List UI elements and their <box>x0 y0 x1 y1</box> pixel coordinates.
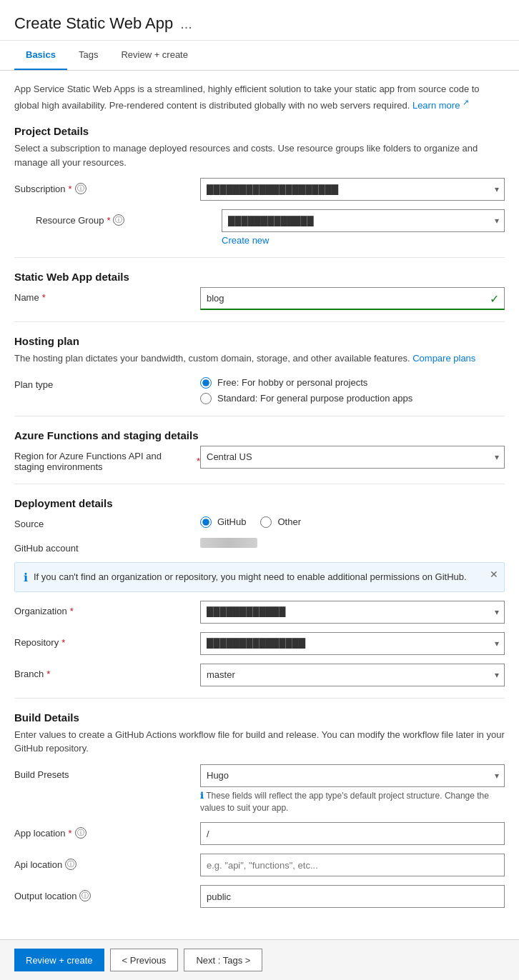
app-location-info-icon[interactable]: ⓘ <box>75 827 86 839</box>
resource-group-required: * <box>107 215 110 226</box>
organization-label: Organization * <box>14 601 200 616</box>
plan-standard-row[interactable]: Standard: For general purpose production… <box>200 393 505 404</box>
branch-label: Branch * <box>14 664 200 679</box>
compare-plans-link[interactable]: Compare plans <box>412 353 475 364</box>
repository-control: ███████████████ ▾ <box>200 632 505 655</box>
api-location-control <box>200 854 505 876</box>
build-presets-label: Build Presets <box>14 764 200 780</box>
resource-group-info-icon[interactable]: ⓘ <box>113 214 124 226</box>
subscription-row: Subscription * ⓘ ████████████████████ ▾ <box>14 178 505 201</box>
subscription-required: * <box>69 184 72 194</box>
subscription-info-icon[interactable]: ⓘ <box>75 183 86 194</box>
name-required: * <box>42 292 46 303</box>
next-button[interactable]: Next : Tags > <box>184 949 262 971</box>
plan-type-label: Plan type <box>14 374 200 390</box>
api-location-info-icon[interactable]: ⓘ <box>65 859 76 870</box>
api-location-label: Api location ⓘ <box>14 854 200 870</box>
organization-select[interactable]: ████████████ <box>200 601 505 624</box>
plan-type-radio-group: Free: For hobby or personal projects Sta… <box>200 374 505 404</box>
section-build-details: Build Details <box>14 711 505 724</box>
plan-free-radio[interactable] <box>200 377 212 389</box>
app-location-input[interactable] <box>200 822 505 845</box>
source-github-radio[interactable] <box>200 516 212 528</box>
hint-icon: ℹ <box>200 791 204 801</box>
section-hosting-plan: Hosting plan <box>14 335 505 347</box>
region-row: Region for Azure Functions API and stagi… <box>14 446 505 472</box>
source-label: Source <box>14 514 200 529</box>
info-banner-text: If you can't find an organization or rep… <box>34 570 495 584</box>
branch-control: master ▾ <box>200 664 505 686</box>
region-label: Region for Azure Functions API and stagi… <box>14 446 200 472</box>
source-other-label: Other <box>277 516 301 527</box>
branch-row: Branch * master ▾ <box>14 664 505 686</box>
source-other-radio[interactable] <box>260 516 272 528</box>
name-check-icon: ✓ <box>490 292 499 306</box>
github-account-control <box>200 538 505 549</box>
github-account-row: GitHub account <box>14 538 505 554</box>
name-control: ✓ <box>200 287 505 310</box>
hosting-plan-subtitle: The hosting plan dictates your bandwidth… <box>14 351 505 366</box>
output-location-label: Output location ⓘ <box>14 885 200 901</box>
source-github-row[interactable]: GitHub <box>200 516 246 528</box>
banner-close-button[interactable]: ✕ <box>490 569 498 580</box>
name-input[interactable] <box>200 287 505 310</box>
review-create-button[interactable]: Review + create <box>14 949 104 971</box>
github-account-blurred <box>200 538 257 548</box>
learn-more-link[interactable]: Learn more ↗ <box>412 100 469 111</box>
divider-5 <box>14 698 505 699</box>
source-other-row[interactable]: Other <box>260 516 301 528</box>
repository-select[interactable]: ███████████████ <box>200 632 505 655</box>
previous-button[interactable]: < Previous <box>110 949 179 971</box>
resource-group-label: Resource Group * ⓘ <box>36 209 222 226</box>
tab-tags[interactable]: Tags <box>67 41 109 70</box>
plan-free-label: Free: For hobby or personal projects <box>217 377 367 388</box>
app-location-control <box>200 822 505 845</box>
page-title-row: Create Static Web App ... <box>14 14 505 33</box>
plan-standard-radio[interactable] <box>200 393 212 404</box>
plan-standard-label: Standard: For general purpose production… <box>217 393 412 404</box>
output-location-info-icon[interactable]: ⓘ <box>79 890 91 901</box>
github-account-label: GitHub account <box>14 538 200 554</box>
create-new-link[interactable]: Create new <box>222 235 269 246</box>
name-label: Name * <box>14 287 200 303</box>
build-presets-hint: ℹ These fields will reflect the app type… <box>200 790 505 814</box>
plan-type-control: Free: For hobby or personal projects Sta… <box>200 374 505 404</box>
build-presets-row: Build Presets Hugo ▾ ℹ These fields will… <box>14 764 505 814</box>
organization-required: * <box>70 606 74 616</box>
subscription-label: Subscription * ⓘ <box>14 178 200 194</box>
resource-group-row: Resource Group * ⓘ █████████████ ▾ Creat… <box>14 209 505 246</box>
divider-2 <box>14 321 505 322</box>
subscription-control: ████████████████████ ▾ <box>200 178 505 201</box>
branch-select[interactable]: master <box>200 664 505 686</box>
info-banner: ℹ If you can't find an organization or r… <box>14 562 505 592</box>
organization-row: Organization * ████████████ ▾ <box>14 601 505 624</box>
subscription-select[interactable]: ████████████████████ <box>200 178 505 201</box>
region-select[interactable]: Central US <box>200 446 505 469</box>
source-github-label: GitHub <box>217 516 246 527</box>
section-azure-functions: Azure Functions and staging details <box>14 429 505 441</box>
resource-group-select[interactable]: █████████████ <box>222 209 505 232</box>
page-title-dots[interactable]: ... <box>180 16 192 32</box>
source-row: Source GitHub Other <box>14 514 505 529</box>
divider-4 <box>14 484 505 484</box>
repository-required: * <box>61 637 65 648</box>
plan-type-row: Plan type Free: For hobby or personal pr… <box>14 374 505 404</box>
divider-3 <box>14 416 505 416</box>
tab-review-create[interactable]: Review + create <box>109 41 199 70</box>
region-control: Central US ▾ <box>200 446 505 469</box>
divider-1 <box>14 257 505 258</box>
section-static-web-app: Static Web App details <box>14 271 505 283</box>
resource-group-select-wrapper: █████████████ ▾ <box>222 209 505 232</box>
build-presets-select[interactable]: Hugo <box>200 764 505 787</box>
api-location-input[interactable] <box>200 854 505 876</box>
output-location-input[interactable] <box>200 885 505 908</box>
github-account-value <box>200 534 257 549</box>
tabs-row: Basics Tags Review + create <box>0 41 519 71</box>
app-location-required: * <box>69 828 72 839</box>
organization-control: ████████████ ▾ <box>200 601 505 624</box>
output-location-control <box>200 885 505 908</box>
footer: Review + create < Previous Next : Tags > <box>0 939 519 980</box>
tab-basics[interactable]: Basics <box>14 41 67 70</box>
name-row: Name * ✓ <box>14 287 505 310</box>
plan-free-row[interactable]: Free: For hobby or personal projects <box>200 377 505 389</box>
